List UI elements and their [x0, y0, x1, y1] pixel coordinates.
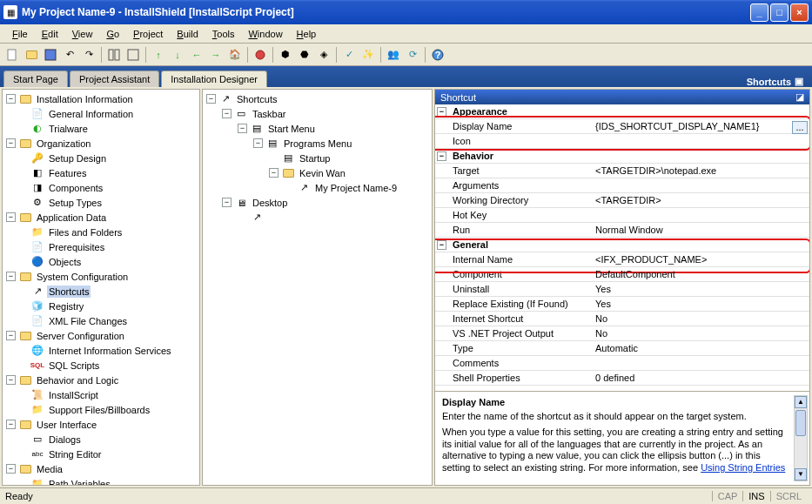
prop-value[interactable]: Normal Window — [592, 225, 809, 235]
expander-icon[interactable]: − — [6, 272, 16, 281]
scroll-down-icon[interactable]: ▼ — [795, 468, 807, 480]
tab-start-page[interactable]: Start Page — [3, 71, 68, 87]
menu-edit[interactable]: Edit — [37, 27, 64, 41]
refresh-icon[interactable]: ⟳ — [404, 46, 421, 64]
expander-icon[interactable]: − — [269, 168, 278, 178]
expander-icon[interactable]: − — [437, 107, 446, 117]
tree-node[interactable]: Programs Menu — [282, 138, 353, 150]
check-icon[interactable]: ✓ — [340, 46, 358, 64]
tree-node-shortcuts[interactable]: Shortcuts — [47, 286, 91, 298]
expander-icon[interactable]: − — [437, 151, 446, 161]
scrollbar[interactable]: ▲ ▼ — [794, 395, 808, 481]
build-icon[interactable]: ⬢ — [277, 46, 294, 64]
tree-node[interactable]: Components — [47, 182, 104, 194]
home-icon[interactable]: 🏠 — [226, 46, 244, 64]
tree-node[interactable]: Shortcuts — [235, 93, 278, 105]
minimize-button[interactable]: _ — [750, 3, 768, 22]
back-icon[interactable]: ← — [188, 46, 205, 64]
forward-icon[interactable]: → — [207, 46, 225, 64]
tree-node[interactable]: Prerequisites — [47, 241, 106, 253]
new-icon[interactable] — [3, 46, 21, 64]
tree-node[interactable]: Behavior and Logic — [35, 374, 120, 386]
tree-node[interactable]: Registry — [47, 300, 85, 312]
tree-node[interactable]: Dialogs — [47, 433, 83, 446]
menu-file[interactable]: File — [7, 27, 33, 41]
maximize-button[interactable]: □ — [770, 3, 789, 22]
shortcuts-tree-panel[interactable]: −↗Shortcuts −▭Taskbar −▤Start Menu −▤Pro… — [202, 89, 433, 486]
tree-node[interactable]: Features — [47, 167, 88, 179]
tree-node[interactable]: Objects — [47, 256, 83, 268]
close-button[interactable]: × — [790, 3, 809, 22]
tab-project-assistant[interactable]: Project Assistant — [70, 71, 159, 87]
expander-icon[interactable]: − — [6, 138, 16, 148]
expander-icon[interactable]: − — [6, 464, 16, 474]
layout2-icon[interactable] — [124, 46, 142, 64]
layout1-icon[interactable] — [105, 46, 123, 64]
prop-value[interactable]: <IFX_PRODUCT_NAME> — [592, 254, 809, 265]
prop-value[interactable]: Yes — [592, 284, 809, 294]
expander-icon[interactable]: − — [437, 240, 446, 250]
tree-node[interactable]: General Information — [47, 108, 135, 120]
prop-value[interactable]: Yes — [592, 299, 809, 309]
tree-node[interactable]: Startup — [298, 152, 332, 165]
menu-build[interactable]: Build — [171, 27, 203, 41]
redo-icon[interactable]: ↷ — [80, 46, 97, 64]
tree-node[interactable]: Setup Types — [47, 197, 104, 209]
property-grid[interactable]: −Appearance Display Name{IDS_SHORTCUT_DI… — [435, 104, 809, 391]
community-icon[interactable]: 👥 — [385, 46, 402, 64]
tree-node[interactable]: String Editor — [47, 448, 104, 460]
tree-node[interactable]: Taskbar — [251, 108, 288, 120]
tree-node[interactable]: Installation Information — [35, 93, 135, 105]
tree-node[interactable]: Internet Information Services — [47, 345, 173, 357]
tree-node[interactable]: My Project Name-9 — [313, 182, 399, 194]
expander-icon[interactable]: − — [253, 138, 263, 148]
tab-installation-designer[interactable]: Installation Designer — [161, 71, 267, 87]
expander-icon[interactable]: − — [6, 212, 16, 222]
menu-help[interactable]: Help — [292, 27, 322, 41]
tree-node[interactable]: Support Files/Billboards — [47, 404, 151, 416]
undo-icon[interactable]: ↶ — [61, 46, 78, 64]
menu-view[interactable]: View — [67, 27, 98, 41]
tree-node[interactable]: Setup Design — [47, 152, 108, 165]
menu-window[interactable]: Window — [243, 27, 287, 41]
prop-value[interactable]: 0 defined — [592, 373, 809, 383]
tree-node[interactable]: Desktop — [251, 197, 289, 209]
tree-node[interactable]: Kevin Wan — [298, 167, 347, 179]
help-icon[interactable]: ? — [429, 46, 446, 64]
up-icon[interactable]: ↑ — [150, 46, 167, 64]
build3-icon[interactable]: ◈ — [315, 46, 332, 64]
scroll-thumb[interactable] — [795, 410, 806, 436]
stop-icon[interactable] — [252, 46, 269, 64]
open-icon[interactable] — [23, 46, 40, 64]
wizard-icon[interactable]: ✨ — [359, 46, 377, 64]
expander-icon[interactable]: − — [6, 420, 16, 429]
expander-icon[interactable]: − — [6, 331, 16, 340]
tree-node[interactable]: Trialware — [47, 123, 90, 135]
prop-value[interactable]: <TARGETDIR>\notepad.exe — [592, 165, 809, 176]
panel-pin-icon[interactable]: ◪ — [795, 91, 804, 103]
save-icon[interactable] — [42, 46, 59, 64]
scroll-up-icon[interactable]: ▲ — [795, 396, 807, 408]
tree-node[interactable]: Path Variables — [47, 478, 112, 487]
menu-tools[interactable]: Tools — [207, 27, 240, 41]
expander-icon[interactable]: − — [238, 124, 247, 133]
tree-node[interactable]: XML File Changes — [47, 315, 129, 327]
expander-icon[interactable]: − — [206, 94, 216, 104]
tree-node[interactable]: Start Menu — [266, 123, 317, 135]
view-list-panel[interactable]: −Installation Information 📄General Infor… — [2, 89, 200, 486]
expander-icon[interactable]: − — [222, 109, 232, 118]
expander-icon[interactable]: − — [6, 94, 16, 104]
expander-icon[interactable]: − — [6, 375, 16, 385]
tree-node[interactable]: SQL Scripts — [47, 360, 101, 372]
prop-value[interactable]: DefaultComponent — [592, 269, 809, 279]
help-link[interactable]: Using String Entries — [701, 462, 785, 473]
ellipsis-button[interactable]: ... — [792, 121, 808, 134]
prop-value[interactable]: {IDS_SHORTCUT_DISPLAY_NAME1}... — [592, 121, 809, 131]
tree-node[interactable]: Organization — [35, 138, 92, 150]
prop-value[interactable]: Automatic — [592, 343, 809, 353]
expander-icon[interactable]: − — [222, 198, 232, 207]
tree-node[interactable]: Media — [35, 463, 64, 475]
build2-icon[interactable]: ⬣ — [296, 46, 313, 64]
prop-value[interactable]: No — [592, 313, 809, 324]
tree-node[interactable]: Files and Folders — [47, 226, 124, 239]
